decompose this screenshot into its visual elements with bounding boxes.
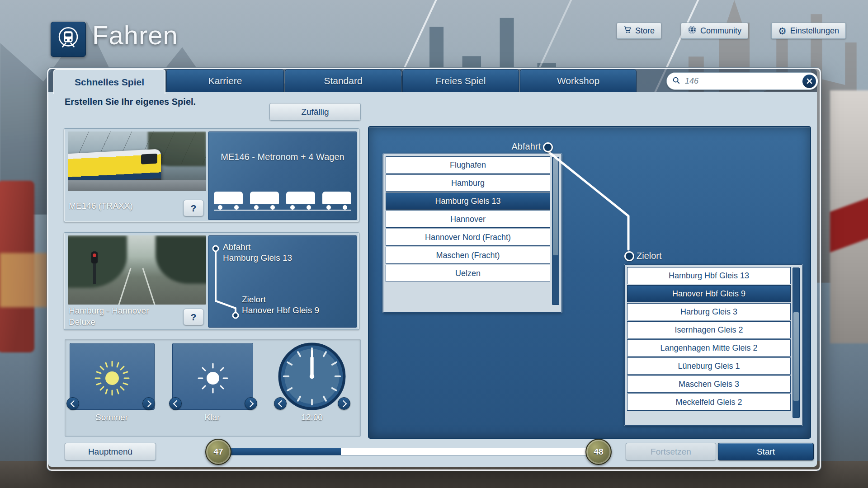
wagon-icon [250, 192, 279, 210]
wagon-icon [322, 192, 351, 210]
consist-help-button[interactable]: ? [183, 200, 204, 216]
destination-list: Hamburg Hbf Gleis 13Hanover Hbf Gleis 9H… [624, 264, 802, 426]
list-item[interactable]: Lüneburg Gleis 1 [627, 357, 791, 375]
wagon-row [214, 192, 351, 210]
wagon-icon [214, 192, 243, 210]
tab-label: Workshop [557, 75, 599, 86]
time-next-button[interactable] [338, 397, 350, 410]
list-item[interactable]: Hannover [386, 211, 550, 228]
scrollbar-thumb[interactable] [553, 158, 558, 255]
progress-badge-left: 47 [205, 439, 231, 465]
chevron-left-icon [278, 400, 285, 407]
list-item[interactable]: Meckelfeld Gleis 2 [627, 394, 791, 411]
destination-node-marker [624, 251, 634, 261]
random-button[interactable]: Zufällig [269, 103, 361, 121]
settings-label: Einstellungen [790, 26, 839, 36]
train-icon [55, 25, 81, 53]
consist-title: ME146 - Metronom + 4 Wagen [208, 152, 357, 162]
gear-icon: ⚙ [778, 26, 787, 36]
start-button[interactable]: Start [718, 443, 814, 460]
list-item[interactable]: Langenhagen Mitte Gleis 2 [627, 339, 791, 357]
route-name-label: Hamburg - Hannover [69, 306, 149, 316]
consist-card[interactable]: ME146 - Metronom + 4 Wagen ME146 (TRAXX)… [64, 128, 359, 222]
store-label: Store [635, 26, 655, 36]
route-help-button[interactable]: ? [183, 309, 204, 325]
consist-name-label: ME146 (TRAXX) [69, 201, 132, 211]
store-button[interactable]: Store [617, 23, 661, 39]
list-item[interactable]: Hannover Nord (Fracht) [386, 229, 550, 246]
progress-fill [218, 448, 341, 455]
list-item[interactable]: Maschen (Fracht) [386, 247, 550, 264]
season-card [70, 343, 155, 410]
departure-label: Abfahrt [223, 242, 250, 252]
time-prev-button[interactable] [274, 397, 287, 410]
list-item[interactable]: Isernhagen Gleis 2 [627, 321, 791, 338]
chevron-right-icon [340, 400, 347, 407]
consist-info-panel: ME146 - Metronom + 4 Wagen [208, 131, 357, 220]
clear-search-button[interactable] [802, 75, 816, 88]
globe-icon [688, 25, 697, 37]
clock-icon [278, 342, 346, 413]
chevron-right-icon [144, 400, 151, 407]
tab-standard[interactable]: Standard [285, 69, 401, 92]
houses-backdrop [0, 253, 54, 307]
season-sun-icon [92, 358, 132, 400]
departure-scrollbar[interactable] [552, 157, 559, 305]
departure-list-rows: FlughafenHamburgHamburg Gleis 13Hannover… [386, 156, 550, 310]
badge-number: 47 [213, 447, 223, 457]
tab-karriere[interactable]: Karriere [166, 69, 284, 92]
search-input[interactable] [684, 76, 802, 86]
season-prev-button[interactable] [66, 397, 79, 410]
chevron-left-icon [173, 400, 180, 407]
badge-number: 48 [594, 447, 603, 457]
route-card[interactable]: Abfahrt Hamburg Gleis 13 Zielort Hanover… [64, 232, 359, 330]
list-item[interactable]: Hamburg Gleis 13 [386, 192, 550, 210]
resume-button[interactable]: Fortsetzen [626, 443, 716, 460]
settings-button[interactable]: ⚙ Einstellungen [771, 23, 846, 39]
weather-next-button[interactable] [245, 397, 257, 410]
tab-freies-spiel[interactable]: Freies Spiel [402, 69, 519, 92]
track-line [214, 210, 351, 211]
route-thumbnail [68, 235, 206, 305]
destination-scrollbar[interactable] [793, 267, 800, 418]
list-item[interactable]: Uelzen [386, 265, 550, 282]
wagon-icon [286, 192, 315, 210]
list-item[interactable]: Harburg Gleis 3 [627, 303, 791, 320]
search-icon [672, 76, 680, 86]
rail-image [142, 268, 156, 305]
main-menu-label: Hauptmenü [88, 447, 132, 457]
scenario-progress-bar [217, 448, 599, 455]
train-backdrop-right [830, 90, 868, 343]
progress-badge-right: 48 [585, 439, 612, 465]
community-button[interactable]: Community [681, 23, 748, 39]
list-item[interactable]: Hanover Hbf Gleis 9 [627, 285, 791, 302]
scrollbar-thumb[interactable] [793, 312, 799, 401]
tab-label: Karriere [208, 75, 242, 86]
main-menu-button[interactable]: Hauptmenü [65, 443, 156, 460]
destination-label: Zielort [242, 295, 266, 305]
season-value: Sommer [70, 413, 154, 422]
tab-schnelles-spiel[interactable]: Schnelles Spiel [53, 69, 165, 94]
resume-label: Fortsetzen [651, 447, 691, 457]
community-label: Community [700, 26, 741, 36]
page-title: Fahren [92, 20, 178, 50]
list-item[interactable]: Maschen Gleis 3 [627, 375, 791, 393]
list-item[interactable]: Flughafen [386, 156, 550, 174]
list-item[interactable]: Hamburg Hbf Gleis 13 [627, 267, 791, 284]
search-box [666, 72, 818, 90]
tab-label: Freies Spiel [436, 75, 486, 86]
destination-value: Hanover Hbf Gleis 9 [242, 305, 319, 315]
chevron-right-icon [246, 400, 254, 407]
help-label: ? [191, 203, 197, 214]
app-logo [51, 22, 86, 57]
random-button-label: Zufällig [301, 107, 329, 117]
weather-prev-button[interactable] [169, 397, 182, 410]
tab-workshop[interactable]: Workshop [520, 69, 637, 92]
weather-value: Klar [172, 413, 252, 422]
departure-node-marker [543, 142, 553, 152]
season-next-button[interactable] [142, 397, 155, 410]
list-item[interactable]: Hamburg [386, 174, 550, 192]
weather-clear-icon [195, 360, 231, 398]
destination-list-title: Zielort [637, 251, 662, 261]
platform-image [68, 180, 206, 191]
